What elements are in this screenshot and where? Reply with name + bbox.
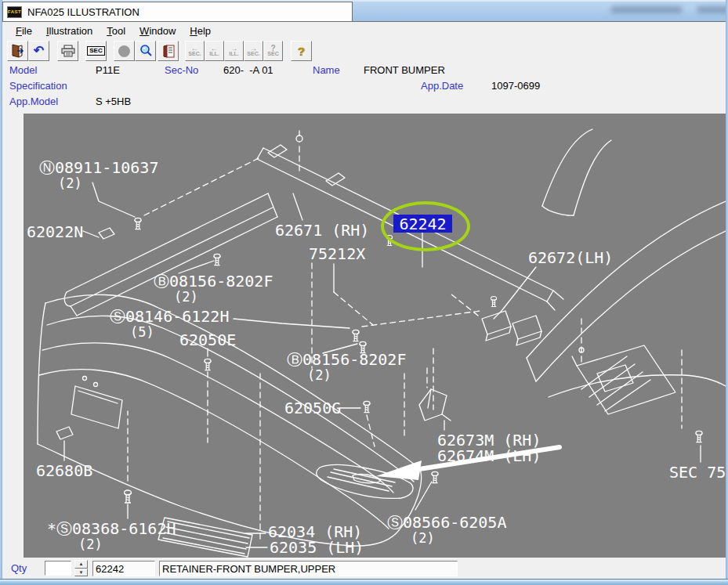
- part-label[interactable]: 62035 (LH): [270, 539, 364, 556]
- qty-spin-down[interactable]: ▼: [74, 569, 88, 577]
- menu-help[interactable]: Help: [183, 23, 218, 38]
- illustration-book-button[interactable]: [158, 41, 179, 61]
- appmodel-label: App.Model: [9, 96, 58, 107]
- application-window: FAST NFA025 ILLUSTRATION File Illustrati…: [0, 0, 728, 585]
- prev-sec-button[interactable]: ←SEC.: [185, 41, 205, 61]
- window-border-left: [0, 0, 2, 585]
- sec-button[interactable]: SEC: [85, 41, 107, 61]
- highlighted-part-number[interactable]: 62242: [393, 215, 452, 233]
- part-label[interactable]: *Ⓢ08368-6162H(2): [47, 520, 176, 551]
- part-label[interactable]: SEC 750: [669, 464, 726, 481]
- part-label[interactable]: Ⓑ08156-8202F(2): [287, 351, 406, 382]
- toolbar: ↶ SEC: [2, 39, 726, 63]
- title-smudge: [697, 6, 728, 13]
- menu-illustration[interactable]: Illustration: [39, 23, 100, 38]
- qty-label: Qty: [11, 562, 27, 574]
- window-title: NFA025 ILLUSTRATION: [27, 6, 139, 18]
- book-icon: [161, 45, 176, 58]
- zoom-button[interactable]: [135, 41, 156, 61]
- part-label[interactable]: 62674M (LH): [437, 447, 541, 464]
- menu-tool[interactable]: Tool: [100, 23, 132, 38]
- appdate-value: 1097-0699: [491, 80, 540, 92]
- part-label[interactable]: 62671 (RH): [275, 222, 369, 239]
- footer-bar: Qty ▲ ▼: [2, 558, 726, 579]
- window-border-bottom: [0, 579, 728, 585]
- appmodel-value: S +5HB: [96, 96, 131, 107]
- circle-button[interactable]: [114, 41, 135, 61]
- appdate-label: App.Date: [421, 80, 463, 92]
- exit-button[interactable]: [7, 41, 28, 61]
- next-ill-button[interactable]: →ILL.: [224, 41, 244, 61]
- illustration-canvas[interactable]: Ⓝ08911-10637(2)62022N62671 (RH)75212X626…: [24, 114, 726, 558]
- exit-icon: [10, 44, 25, 58]
- menu-bar: File Illustration Tool Window Help: [2, 22, 726, 39]
- sec-query-button[interactable]: ?SEC: [263, 41, 283, 61]
- help-button[interactable]: ?: [291, 41, 312, 61]
- secno-value: 620- -A 01: [223, 64, 273, 76]
- circle-icon: [118, 45, 130, 57]
- model-label: Model: [9, 64, 37, 76]
- qty-spinner: ▲ ▼: [74, 560, 88, 576]
- title-smudge: [611, 6, 682, 13]
- print-button[interactable]: [57, 41, 78, 61]
- secno-label: Sec-No: [165, 64, 198, 76]
- next-sec-button[interactable]: →SEC.: [244, 41, 263, 61]
- child-window-title-bar[interactable]: FAST NFA025 ILLUSTRATION: [2, 2, 353, 22]
- prev-ill-button[interactable]: ←ILL.: [205, 41, 224, 61]
- model-value: P11E: [96, 64, 120, 76]
- part-labels-layer: Ⓝ08911-10637(2)62022N62671 (RH)75212X626…: [24, 114, 726, 558]
- undo-button[interactable]: ↶: [28, 41, 49, 61]
- qty-input[interactable]: [45, 561, 71, 576]
- part-label[interactable]: 62680B: [36, 462, 92, 479]
- undo-icon: ↶: [34, 45, 44, 56]
- parent-title-bar: [353, 2, 726, 22]
- zoom-icon: [139, 44, 153, 58]
- part-label[interactable]: Ⓢ08566-6205A(2): [387, 514, 506, 545]
- part-label[interactable]: Ⓑ08156-8202F(2): [154, 273, 273, 304]
- title-bar: FAST NFA025 ILLUSTRATION: [2, 2, 726, 22]
- name-value: FRONT BUMPER: [364, 64, 445, 76]
- help-icon: ?: [298, 45, 305, 58]
- specification-label: Specification: [9, 80, 67, 92]
- menu-file[interactable]: File: [9, 23, 39, 38]
- qty-spin-up[interactable]: ▲: [74, 560, 88, 569]
- part-label[interactable]: 62022N: [27, 223, 83, 240]
- part-label[interactable]: Ⓝ08911-10637(2): [39, 159, 158, 190]
- info-panel: Model P11E Sec-No 620- -A 01 Name FRONT …: [2, 63, 726, 113]
- sec-icon: SEC: [87, 46, 104, 56]
- part-label[interactable]: 75212X: [309, 245, 365, 262]
- print-icon: [61, 45, 75, 57]
- part-label[interactable]: 62050G: [284, 399, 341, 417]
- part-name-field[interactable]: [159, 561, 458, 576]
- fast-app-icon: FAST: [7, 6, 22, 18]
- part-label[interactable]: 62672(LH): [528, 249, 613, 266]
- part-label[interactable]: 62050E: [179, 331, 236, 348]
- name-label: Name: [313, 64, 340, 76]
- menu-window[interactable]: Window: [132, 23, 183, 38]
- part-number-field[interactable]: [92, 561, 155, 576]
